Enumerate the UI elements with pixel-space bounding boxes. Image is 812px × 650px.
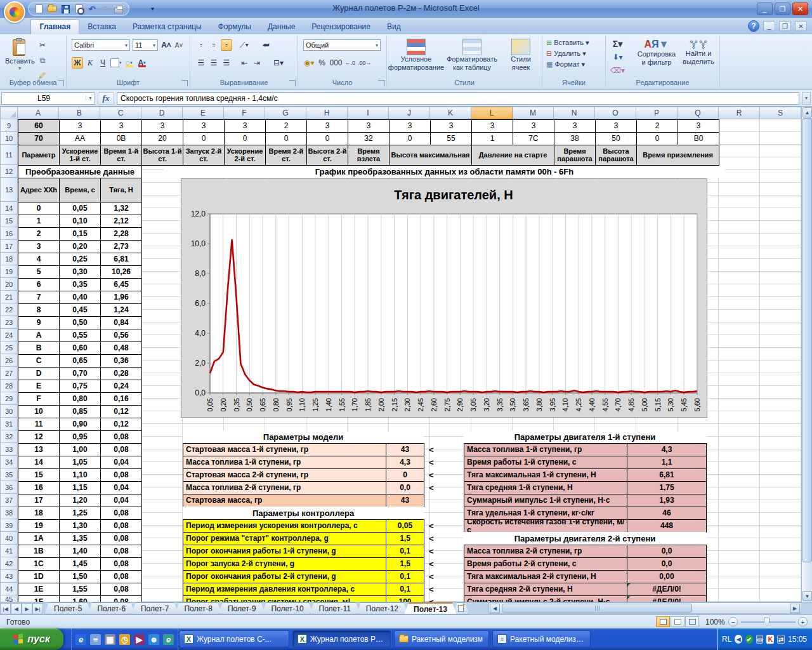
grow-font-icon[interactable]: A˄ — [160, 39, 172, 51]
cell[interactable]: 0 — [183, 132, 225, 145]
param-value[interactable]: 0,1 — [386, 545, 424, 558]
page-break-view-icon[interactable] — [685, 616, 699, 627]
cell-styles-button[interactable]: Стили ячеек — [502, 39, 539, 71]
font-dialog-launcher[interactable] — [181, 80, 188, 86]
data-table-cell[interactable]: 9 — [18, 316, 60, 329]
cell[interactable]: 3 — [224, 119, 266, 133]
engine2-title[interactable]: Параметры двигателя 2-й ступени — [464, 532, 706, 545]
ribbon-tab-главная[interactable]: Главная — [30, 19, 79, 34]
data-table-cell[interactable]: 0,08 — [100, 532, 142, 545]
last-sheet-icon[interactable]: ▶| — [32, 603, 43, 614]
row-header-32[interactable]: 32 — [0, 430, 18, 443]
autosum-icon[interactable]: Σ ▾ — [610, 38, 625, 50]
param-label[interactable]: Порог запуска 2-й ступени, g — [183, 557, 386, 571]
data-table-cell[interactable]: 0,08 — [100, 507, 142, 520]
cell[interactable]: 0 — [306, 132, 348, 145]
row-header-44[interactable]: 44 — [0, 583, 18, 595]
align-top-icon[interactable]: ⹀ — [195, 39, 207, 51]
ribbon-tab-вставка[interactable]: Вставка — [79, 20, 124, 35]
cell[interactable]: 60 — [18, 119, 60, 133]
kaspersky-icon[interactable]: K — [766, 635, 774, 644]
data-table-header[interactable]: Тяга, Н — [100, 178, 142, 202]
sheet-tab-полет-11[interactable]: Полет-11 — [310, 602, 360, 614]
merge-center-icon[interactable]: ⊟▾ — [273, 57, 284, 69]
row-header-15[interactable]: 15 — [0, 215, 18, 227]
sheet-tab-полет-5[interactable]: Полет-5 — [44, 602, 91, 614]
font-name-combo[interactable]: Calibri▾ — [72, 39, 130, 51]
data-table-cell[interactable]: 0,08 — [100, 519, 142, 533]
data-table-cell[interactable]: 0,48 — [100, 342, 142, 355]
data-table-cell[interactable]: 1,24 — [100, 303, 142, 317]
data-table-cell[interactable]: 0,30 — [59, 265, 101, 279]
taskbar-window-4[interactable]: ≡Ракетный моделизм ... — [492, 630, 591, 647]
align-middle-icon[interactable]: ꞊ — [208, 39, 219, 51]
data-table-cell[interactable]: 1,10 — [59, 468, 101, 482]
cell[interactable]: 3 — [141, 119, 183, 133]
cell[interactable]: 2 — [265, 119, 307, 133]
param-label[interactable]: Порог окончания работы 1-й ступени, g — [183, 545, 386, 558]
param-label[interactable]: Тяга максимальная 2-й ступени, Н — [464, 570, 627, 583]
data-table-cell[interactable]: 1,45 — [59, 557, 101, 571]
doc-minimize-button[interactable]: _ — [763, 21, 775, 31]
param-value[interactable]: 46 — [627, 507, 707, 520]
horizontal-scrollbar[interactable]: ◀ ▶ — [488, 602, 801, 614]
data-table-cell[interactable]: 3 — [18, 240, 60, 253]
wrap-text-icon[interactable]: ⮨ — [260, 39, 272, 51]
row-header-12[interactable]: 12 — [0, 165, 18, 178]
param-label[interactable]: Период измерения ускорения контроллера, … — [183, 519, 386, 533]
data-table-cell[interactable]: 6,45 — [100, 278, 142, 291]
align-center-icon[interactable]: ☰ — [208, 57, 219, 69]
row-header-11[interactable]: 11 — [0, 145, 18, 165]
scroll-left-icon[interactable]: ◀ — [490, 604, 500, 613]
param-label[interactable]: Масса топлива 1-й ступени, гр — [183, 456, 386, 469]
data-table-cell[interactable]: 0,08 — [100, 443, 142, 456]
underline-button[interactable]: Ч — [97, 57, 108, 69]
param-label[interactable]: Тяга средняя 1-й ступени, Н — [464, 481, 627, 494]
format-as-table-button[interactable]: Форматировать как таблицу — [443, 39, 501, 71]
vertical-scroll-thumb[interactable] — [802, 118, 812, 562]
data-table-cell[interactable]: 0,65 — [59, 354, 101, 368]
cell[interactable]: 2 — [636, 119, 678, 133]
param-header-cell[interactable]: Ускорение 1-й ст. — [59, 145, 101, 166]
insert-cells-button[interactable]: ⊞ Вставить ▾ — [546, 39, 589, 47]
row-header-19[interactable]: 19 — [0, 265, 18, 278]
param-label[interactable]: Стартовая масса 2-й ступени, гр — [183, 468, 386, 482]
data-table-cell[interactable]: 1,50 — [59, 570, 101, 583]
param-label[interactable]: Время работы 1-й ступени, с — [464, 456, 627, 469]
formula-input[interactable]: Скорость горения топлива средняя - 1,4см… — [117, 92, 799, 105]
data-table-header[interactable]: Адрес XXh — [18, 178, 60, 202]
data-table-cell[interactable]: 18 — [18, 507, 60, 520]
model-title[interactable]: Параметры модели — [183, 430, 424, 443]
normal-view-icon[interactable] — [656, 616, 670, 627]
outlook-icon[interactable]: ◷ — [119, 634, 130, 645]
data-table-cell[interactable]: 0,36 — [100, 354, 142, 368]
taskbar-window-1[interactable]: XЖурнал полетов С-... — [179, 630, 289, 647]
data-table-cell[interactable]: 0,60 — [59, 342, 101, 355]
cell[interactable]: 3 — [183, 119, 225, 133]
sort-filter-button[interactable]: АЯ▼ Сортировка и фильтр — [636, 39, 677, 67]
cell[interactable]: 3 — [471, 119, 513, 133]
data-table-cell[interactable]: 2,73 — [100, 240, 142, 253]
param-value[interactable]: 6,81 — [627, 468, 707, 482]
accounting-format-icon[interactable]: ◉▾ — [303, 57, 315, 69]
param-header-cell[interactable]: Давление на старте — [471, 145, 554, 166]
page-layout-view-icon[interactable] — [671, 616, 684, 627]
data-table-cell[interactable]: 10 — [18, 405, 60, 418]
undo-icon[interactable]: ↶ — [87, 4, 97, 14]
param-header-cell[interactable]: Время 1-й ст. — [100, 145, 142, 166]
column-header-R[interactable]: R — [719, 107, 760, 119]
engine1-title[interactable]: Параметры двигателя 1-й ступени — [464, 430, 706, 443]
param-value[interactable]: 0,1 — [386, 570, 424, 583]
data-table-cell[interactable]: 13 — [18, 443, 60, 456]
row-header-29[interactable]: 29 — [0, 392, 18, 405]
data-table-cell[interactable]: 1B — [18, 545, 60, 558]
orientation-icon[interactable]: ⟋▾ — [239, 39, 250, 51]
param-value[interactable]: #ДЕЛ/0! — [627, 595, 707, 602]
data-table-cell[interactable]: 0,35 — [59, 278, 101, 291]
decrease-indent-icon[interactable]: ⇤ — [239, 57, 250, 69]
display-icon[interactable]: ▭ — [756, 635, 764, 644]
cell[interactable]: 3 — [306, 119, 348, 133]
data-table-cell[interactable]: 1,25 — [59, 507, 101, 520]
param-header-cell[interactable]: Запуск 2-й ст. — [183, 145, 225, 166]
param-label[interactable]: Стартовая масса, гр — [183, 494, 386, 507]
